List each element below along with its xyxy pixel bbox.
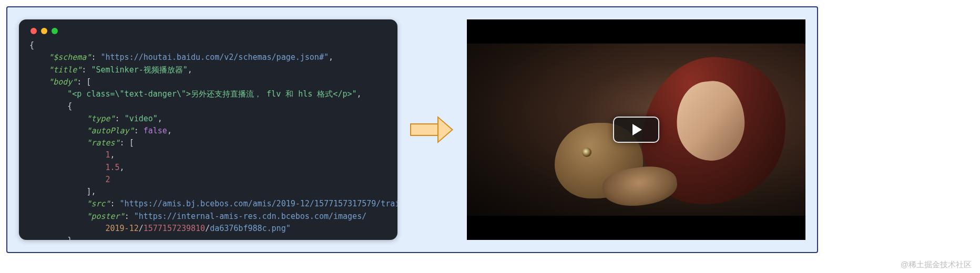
code-panel: { "$schema": "https://houtai.baidu.com/v… (19, 19, 397, 240)
letterbox-bottom (467, 216, 805, 240)
arrow-right (410, 116, 454, 143)
diagram-frame: { "$schema": "https://houtai.baidu.com/v… (6, 6, 818, 253)
video-player-preview (467, 19, 805, 240)
macos-window-controls (29, 26, 387, 39)
play-icon (632, 124, 642, 135)
watermark: @稀土掘金技术社区 (901, 260, 972, 270)
arrow-right-icon (410, 116, 454, 143)
minimize-icon (41, 28, 47, 34)
close-icon (30, 28, 37, 34)
letterbox-top (467, 19, 805, 44)
zoom-icon (52, 28, 58, 34)
play-button[interactable] (613, 117, 659, 143)
json-code-block: { "$schema": "https://houtai.baidu.com/v… (29, 39, 387, 240)
